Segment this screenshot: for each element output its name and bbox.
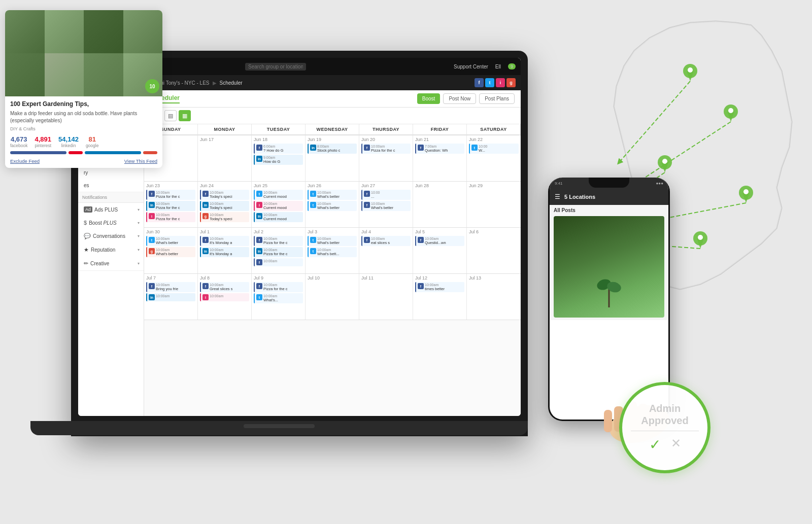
sidebar-item-conversations[interactable]: 💬 Conversations ▾ [78,229,144,243]
cal-cell-jun30[interactable]: Jun 30 t 10:00amWhat's better g 10:00amW… [144,228,198,273]
cal-cell-jul6[interactable]: Jul 6 [467,228,521,273]
cal-cell-jul7[interactable]: Jul 7 f 10:00amBring you frie in 10:00am [144,274,198,320]
exclude-feed-btn[interactable]: Exclude Feed [10,158,40,164]
cal-cell-jun20[interactable]: Jun 20 f 10:00amPizza for the c [359,135,413,181]
cal-cell-jul2[interactable]: Jul 2 f 10:00amPizza for the c in 10:00a… [252,228,306,273]
post-jul2-3[interactable]: f 10:00am [254,258,303,266]
sidebar-label-creative: Creative [90,261,136,266]
post-jul5-1[interactable]: f 10:00amQuestid...wn [415,236,464,246]
fb-bar [10,151,66,154]
post-jun18-2[interactable]: in 9:00amHow do G [254,155,303,165]
cal-cell-jun17[interactable]: Jun 17 [198,135,252,181]
view-feed-btn[interactable]: View This Feed [124,158,157,164]
cal-cell-jun24[interactable]: Jun 24 f 10:00amToday's speci in 10:00am… [198,182,252,227]
post-jun27-1[interactable]: f 10:00... [361,190,411,200]
post-jun25-2[interactable]: i 10:00amCurrent mood [254,201,303,211]
hamburger-icon[interactable]: ☰ [555,193,560,200]
post-jun26-2[interactable]: t 10:00amWhat's better [308,201,357,211]
cal-cell-jul5[interactable]: Jul 5 f 10:00amQuestid...wn [413,228,467,273]
post-jun22-1[interactable]: t 10:00W... [469,144,519,154]
post-jul8-2[interactable]: i 10:00am [200,293,249,301]
cal-cell-jul8[interactable]: Jul 8 f 10:00amGreat slices s i 10:00am [198,274,252,320]
post-jul2-2[interactable]: in 10:00amPizza for the c [254,247,303,257]
post-jul4-1[interactable]: f 10:00ameat slices s [361,236,411,246]
social-icons-row: f t i g [475,78,516,87]
sidebar-item-boost[interactable]: $ Boost PLUS ▾ [78,216,144,229]
cal-cell-jun28[interactable]: Jun 28 [413,182,467,227]
cal-cell-jul3[interactable]: Jul 3 t 10:00amWhat's better t 10:00amWh… [306,228,359,273]
week-row-3: Jun 30 t 10:00amWhat's better g 10:00amW… [144,228,521,274]
notification-badge[interactable]: 9 [508,63,516,69]
approve-check-icon[interactable]: ✓ [649,436,661,453]
post-jun23-3[interactable]: i 10:00amPizza for the c [146,212,195,222]
cal-cell-jun25[interactable]: Jun 25 t 10:00amCurrent mood i 10:00amCu… [252,182,306,227]
ig-icon-sm: i [496,78,505,87]
post-jul7-1[interactable]: f 10:00amBring you frie [146,282,195,292]
post-jun26-1[interactable]: t 10:00amWhat's better [308,190,357,200]
post-jul12-1[interactable]: f 10:00amtimes better [415,282,464,292]
post-jul9-2[interactable]: t 10:00amWhat's... [254,293,303,303]
cal-cell-jul13[interactable]: Jul 13 [467,274,521,320]
cal-cell-jun29[interactable]: Jun 29 [467,182,521,227]
scheduler-header: Scheduler Boost Post Now Post Plans [144,90,521,108]
post-plans-button[interactable]: Post Plans [479,93,515,104]
boost-button[interactable]: Boost [417,93,441,104]
post-jul3-1[interactable]: t 10:00amWhat's better [308,236,357,246]
search-input[interactable] [245,63,306,71]
post-jun25-3[interactable]: in 10:00amCurrent mood [254,212,303,222]
feed-card-images: 10 [5,10,162,96]
cal-cell-jun18[interactable]: Jun 18 f 6:00am? How do G in 9:00amHow d… [252,135,306,181]
post-jun25-1[interactable]: t 10:00amCurrent mood [254,190,303,200]
post-jun19-1[interactable]: in 8:00amStock photo c [308,144,357,154]
sidebar-section-menu: Ad Ads PLUS ▾ $ Boost PLUS ▾ 💬 [78,203,144,271]
li-label: linkedin [61,143,76,148]
post-jun30-2[interactable]: g 10:00amWhat's better [146,247,195,257]
post-jul2-1[interactable]: f 10:00amPizza for the c [254,236,303,246]
post-jul1-1[interactable]: f 10:00amIt's Monday a [200,236,249,246]
post-jul8-1[interactable]: f 10:00amGreat slices s [200,282,249,292]
cal-cell-jul12[interactable]: Jul 12 f 10:00amtimes better [413,274,467,320]
feed-stat-gm: 81 google [86,135,99,148]
scene: ci Support Center Ell 9 Brand Demo Accou… [0,0,812,524]
list-view-btn[interactable]: ▦ [179,110,191,121]
cal-cell-jul4[interactable]: Jul 4 f 10:00ameat slices s [359,228,413,273]
cal-cell-jun21[interactable]: Jun 21 f 7:00amQuestion: Wh [413,135,467,181]
post-jul9-1[interactable]: f 10:00amPizza for the c [254,282,303,292]
sidebar-item-library[interactable]: ry [78,166,144,179]
post-jun20-1[interactable]: f 10:00amPizza for the c [361,144,411,154]
week-view-btn[interactable]: ▤ [164,110,177,121]
post-jul3-2[interactable]: t 10:00amWhat's bett... [308,247,357,257]
post-jun24-1[interactable]: f 10:00amToday's speci [200,190,249,200]
sidebar-label-categories: es [84,183,140,188]
post-jul7-2[interactable]: in 10:00am [146,293,195,301]
reject-x-icon[interactable]: ✕ [671,436,681,453]
sidebar-label-conversations: Conversations [93,233,136,239]
content-area: Scheduler Boost Post Now Post Plans ▦ ▤ [144,90,521,416]
cal-cell-jun22[interactable]: Jun 22 t 10:00W... [467,135,521,181]
post-jun24-2[interactable]: in 10:00amToday's speci [200,201,249,211]
support-center-link[interactable]: Support Center [454,64,488,69]
svg-point-14 [698,235,703,240]
feed-img-5 [5,53,45,96]
post-jun23-2[interactable]: in 10:00amPizza for the c [146,201,195,211]
sidebar-item-ads-plus[interactable]: Ad Ads PLUS ▾ [78,203,144,216]
post-jun24-3[interactable]: g 10:00amToday's speci [200,212,249,222]
cal-cell-jul1[interactable]: Jul 1 f 10:00amIt's Monday a in 10:00amI… [198,228,252,273]
cal-cell-jun26[interactable]: Jun 26 t 10:00amWhat's better t 10:00amW… [306,182,359,227]
post-jun30-1[interactable]: t 10:00amWhat's better [146,236,195,246]
cal-cell-jun23[interactable]: Jun 23 f 10:00amPizza for the c in 10:00… [144,182,198,227]
sidebar-item-reputation[interactable]: ★ Reputation ▾ [78,243,144,257]
post-jun18-1[interactable]: f 6:00am? How do G [254,144,303,154]
cal-cell-jul11[interactable]: Jul 11 [359,274,413,320]
cal-cell-jun19[interactable]: Jun 19 in 8:00amStock photo c [306,135,359,181]
cal-cell-jul10[interactable]: Jul 10 [306,274,359,320]
sidebar-item-categories[interactable]: es [78,179,144,192]
post-jun27-2[interactable]: f 10:00amWhat's better [361,201,411,211]
sidebar-item-creative[interactable]: ✏ Creative ▾ [78,257,144,270]
post-now-button[interactable]: Post Now [443,93,476,104]
post-jun23-1[interactable]: f 10:00amPizza for the c [146,190,195,200]
cal-cell-jul9[interactable]: Jul 9 f 10:00amPizza for the c t 10:00am… [252,274,306,320]
cal-cell-jun27[interactable]: Jun 27 f 10:00... f 10:00amWhat's better [359,182,413,227]
post-jul1-2[interactable]: in 10:00amIt's Monday a [200,247,249,257]
post-jun21-1[interactable]: f 7:00amQuestion: Wh [415,144,464,154]
